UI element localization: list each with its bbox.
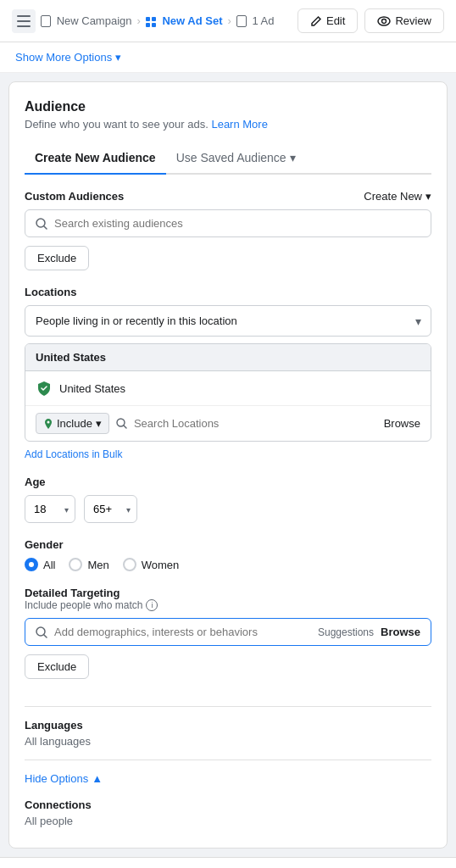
search-icon [36, 218, 47, 230]
svg-point-7 [47, 420, 50, 423]
learn-more-link[interactable]: Learn More [211, 118, 267, 131]
custom-audience-search-input[interactable] [54, 217, 420, 230]
age-label: Age [25, 476, 431, 488]
audience-title: Audience [25, 99, 431, 114]
hide-options-link[interactable]: Hide Options ▲ [25, 772, 431, 785]
location-browse-link[interactable]: Browse [384, 417, 420, 430]
gender-men-option[interactable]: Men [69, 558, 108, 571]
detailed-targeting-label: Detailed Targeting [25, 587, 431, 599]
detailed-targeting-search-box[interactable]: Suggestions Browse [25, 618, 431, 646]
age-min-select[interactable]: 18 [25, 495, 75, 523]
include-chevron-icon: ▾ [96, 417, 102, 430]
svg-rect-1 [17, 20, 31, 22]
gender-label: Gender [25, 538, 431, 551]
top-nav: New Campaign › New Ad Set › 1 Ad Edit [0, 0, 456, 42]
languages-value: All languages [25, 735, 431, 748]
custom-audiences-row: Custom Audiences Create New ▾ [25, 190, 431, 203]
location-box: United States United States Include ▾ [25, 343, 431, 442]
bottom-bar: Close [0, 857, 456, 868]
review-button[interactable]: Review [364, 8, 444, 33]
chevron-down-icon: ▾ [115, 51, 121, 64]
radio-all-icon [25, 558, 38, 571]
languages-label: Languages [25, 719, 431, 732]
locations-dropdown-wrap: People living in or recently in this loc… [25, 305, 431, 337]
page-icon-2 [236, 15, 247, 27]
chevron-down-icon-create: ▾ [425, 190, 431, 203]
page-icon [41, 15, 51, 27]
connections-value: All people [25, 815, 431, 827]
connections-label: Connections [25, 798, 431, 811]
sidebar-toggle-button[interactable] [12, 9, 36, 33]
detailed-targeting-exclude-button[interactable]: Exclude [25, 654, 89, 679]
radio-men-icon [69, 558, 82, 571]
divider-1 [25, 706, 431, 707]
tab-create-new-audience[interactable]: Create New Audience [25, 144, 166, 175]
header-actions: Edit Review [298, 8, 444, 33]
breadcrumb: New Campaign › New Ad Set › 1 Ad [41, 14, 292, 28]
location-search-bar: Include ▾ Browse [25, 405, 431, 441]
main-card: Audience Define who you want to see your… [8, 81, 448, 849]
info-icon[interactable]: i [146, 599, 158, 611]
divider-2 [25, 760, 431, 760]
breadcrumb-new-ad-set[interactable]: New Ad Set [146, 14, 223, 27]
audience-description: Define who you want to see your ads. Lea… [25, 118, 431, 131]
show-more-options-link[interactable]: Show More Options ▾ [15, 51, 441, 64]
edit-button[interactable]: Edit [298, 8, 358, 33]
svg-point-4 [382, 19, 386, 23]
chevron-up-icon: ▲ [92, 772, 103, 785]
locations-dropdown[interactable]: People living in or recently in this loc… [25, 305, 431, 337]
detailed-targeting-search-input[interactable] [54, 626, 311, 638]
svg-line-9 [124, 426, 126, 428]
detailed-targeting-sublabel: Include people who match i [25, 599, 431, 611]
add-locations-bulk-link[interactable]: Add Locations in Bulk [25, 448, 431, 460]
gender-row: All Men Women [25, 558, 431, 571]
custom-audience-exclude-button[interactable]: Exclude [25, 246, 89, 270]
search-icon-location [116, 418, 127, 429]
audience-tabs: Create New Audience Use Saved Audience ▾ [25, 144, 431, 175]
breadcrumb-new-campaign[interactable]: New Campaign [41, 14, 132, 28]
location-item-us: United States [25, 371, 431, 405]
grid-icon [146, 17, 156, 27]
pin-icon [43, 418, 53, 430]
location-box-header: United States [25, 344, 431, 371]
age-min-wrap: 18 ▾ [25, 495, 75, 523]
age-max-wrap: 65+ ▾ [84, 495, 137, 523]
svg-rect-0 [17, 15, 31, 17]
chevron-down-icon-tab: ▾ [290, 151, 296, 164]
svg-line-6 [44, 226, 47, 229]
locations-label: Locations [25, 286, 431, 298]
search-icon-detailed [36, 626, 47, 638]
radio-women-icon [123, 558, 136, 571]
location-search-input[interactable] [134, 417, 377, 430]
detailed-targeting-browse-link[interactable]: Browse [381, 626, 420, 638]
tab-use-saved-audience[interactable]: Use Saved Audience ▾ [166, 144, 306, 175]
breadcrumb-1-ad[interactable]: 1 Ad [236, 14, 275, 28]
eye-icon [377, 16, 391, 26]
svg-line-11 [44, 635, 47, 637]
svg-point-3 [378, 17, 390, 25]
create-new-audience-button[interactable]: Create New ▾ [364, 190, 431, 203]
include-dropdown-button[interactable]: Include ▾ [36, 413, 109, 434]
shield-icon [36, 380, 53, 397]
gender-women-option[interactable]: Women [123, 558, 180, 571]
custom-audience-search-box[interactable] [25, 209, 431, 237]
age-row: 18 ▾ 65+ ▾ [25, 495, 431, 523]
svg-rect-2 [17, 25, 31, 27]
show-more-bar: Show More Options ▾ [0, 42, 456, 73]
gender-all-option[interactable]: All [25, 558, 55, 571]
age-max-select[interactable]: 65+ [84, 495, 137, 523]
custom-audiences-label: Custom Audiences [25, 190, 124, 203]
pencil-icon [310, 15, 322, 27]
